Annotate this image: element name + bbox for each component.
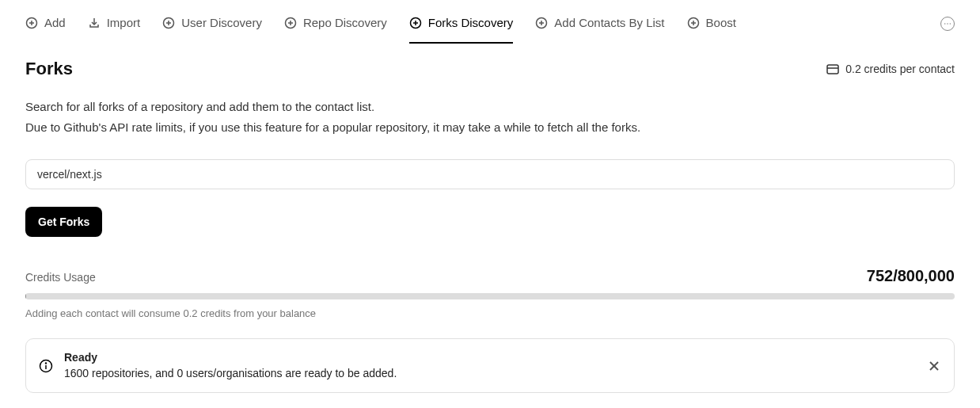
ellipsis-icon [944,22,952,25]
tab-label: Add [44,16,66,29]
credits-progress-bar [25,293,955,299]
tab-user-discovery[interactable]: User Discovery [162,13,262,44]
tab-label: Repo Discovery [303,16,387,29]
credits-section: Credits Usage 752/800,000 Adding each co… [25,267,955,319]
alert-message: 1600 repositories, and 0 users/organisat… [64,367,397,379]
tab-label: User Discovery [181,16,262,29]
plus-circle-icon [535,17,548,29]
credits-per-contact-badge: 0.2 credits per contact [826,63,955,75]
credits-label: Credits Usage [25,271,96,284]
tab-label: Boost [706,16,736,29]
alert-close-button[interactable] [927,359,941,373]
repo-input[interactable] [25,159,955,189]
description: Search for all forks of a repository and… [25,97,955,137]
description-line1: Search for all forks of a repository and… [25,97,955,117]
get-forks-button[interactable]: Get Forks [25,207,102,237]
tab-add-contacts-by-list[interactable]: Add Contacts By List [535,13,664,44]
tab-label: Add Contacts By List [554,16,664,29]
card-icon [826,64,839,74]
download-icon [88,17,101,29]
tab-boost[interactable]: Boost [687,13,736,44]
alert-content: Ready 1600 repositories, and 0 users/org… [64,350,916,381]
plus-circle-icon [162,17,175,29]
tab-import[interactable]: Import [88,13,141,44]
plus-circle-icon [284,17,297,29]
plus-circle-icon [25,17,38,29]
page-header: Forks 0.2 credits per contact [25,59,955,79]
svg-rect-22 [827,65,838,74]
plus-circle-icon [409,17,422,29]
alert-title: Ready [64,350,916,366]
svg-point-26 [46,363,47,364]
plus-circle-icon [687,17,700,29]
credits-value: 752/800,000 [867,267,955,285]
description-line2: Due to Github's API rate limits, if you … [25,117,955,138]
svg-point-21 [950,23,952,25]
page-title: Forks [25,59,73,79]
tabs-bar: Add Import User Discovery Repo Discovery… [25,0,955,44]
tab-add[interactable]: Add [25,13,66,44]
tab-label: Forks Discovery [428,16,514,29]
tab-repo-discovery[interactable]: Repo Discovery [284,13,387,44]
credits-per-contact-text: 0.2 credits per contact [845,63,955,75]
close-icon [929,360,940,372]
credits-progress-fill [25,293,26,299]
info-icon [39,359,53,373]
svg-point-19 [944,23,946,25]
tab-forks-discovery[interactable]: Forks Discovery [409,13,514,44]
more-button[interactable] [940,17,955,31]
tab-label: Import [107,16,141,29]
credits-note: Adding each contact will consume 0.2 cre… [25,307,955,319]
svg-point-20 [947,23,948,25]
ready-alert: Ready 1600 repositories, and 0 users/org… [25,338,955,393]
